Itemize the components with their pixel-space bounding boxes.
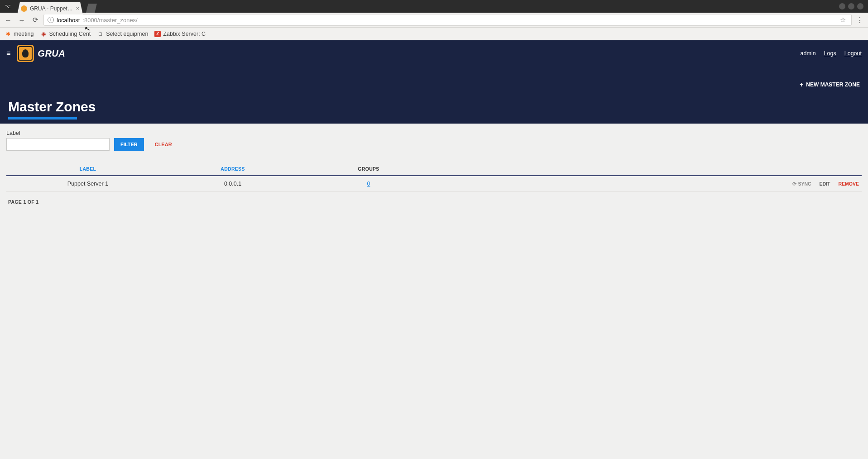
bookmark-label: Scheduling Cent [49,31,91,37]
logs-link[interactable]: Logs [824,50,836,57]
forward-button[interactable]: → [16,14,27,25]
brand-name: GRUA [38,48,65,59]
label-filter-input[interactable] [6,138,110,151]
site-info-icon[interactable]: i [48,17,54,23]
bookmark-item[interactable]: Z Zabbix Server: C [154,31,206,37]
bookmark-icon: Z [154,31,161,37]
current-user: admin [801,50,816,57]
clear-button[interactable]: CLEAR [149,138,178,151]
bookmark-label: meeting [14,31,34,37]
sync-label: SYNC [798,181,811,186]
bookmark-star-icon[interactable]: ☆ [840,16,846,24]
back-button[interactable]: ← [3,14,14,25]
url-host: localhost [57,17,80,24]
bookmark-item[interactable]: ◉ Scheduling Cent [40,30,91,37]
brand-logo[interactable]: GRUA [17,45,65,62]
logo-badge-icon [17,45,34,62]
browser-toolbar: ← → ⟳ i localhost:8000/master_zones/ ☆ ⋮ [0,13,868,28]
window-maximize-button[interactable] [848,3,854,10]
bookmark-label: Zabbix Server: C [163,31,206,37]
window-minimize-button[interactable] [839,3,845,10]
browser-menu-button[interactable]: ⋮ [854,16,865,24]
sync-button[interactable]: ⟳ SYNC [792,181,811,186]
sync-icon: ⟳ [792,181,796,186]
new-button-label: NEW MASTER ZONE [806,81,860,88]
col-actions-header [441,163,862,176]
col-address-header[interactable]: ADDRESS [169,163,296,176]
bookmark-icon: ✱ [5,30,11,37]
page-hero: + NEW MASTER ZONE Master Zones [0,67,868,124]
bookmarks-bar: ✱ meeting ◉ Scheduling Cent 🗋 Select equ… [0,28,868,40]
new-master-zone-button[interactable]: + NEW MASTER ZONE [800,81,860,88]
cell-label: Puppet Server 1 [6,176,169,192]
page-title: Master Zones [8,99,860,115]
os-titlebar: ⌥ [0,0,868,13]
cell-address: 0.0.0.1 [169,176,296,192]
browser-tab[interactable]: GRUA - Puppet Clas × [17,2,83,14]
address-bar[interactable]: i localhost:8000/master_zones/ ☆ [43,14,852,26]
url-path: :8000/master_zones/ [82,17,137,24]
active-tab-indicator [8,117,77,120]
filter-section: Label FILTER CLEAR [0,124,868,154]
zones-table: LABEL ADDRESS GROUPS Puppet Server 1 0.0… [0,154,868,192]
tab-favicon [21,5,27,12]
bookmark-icon: ◉ [40,30,47,37]
edit-button[interactable]: EDIT [820,181,830,186]
table-row: Puppet Server 1 0.0.0.1 0 ⟳ SYNC EDIT RE… [6,176,862,192]
pagination-text: PAGE 1 OF 1 [0,192,868,212]
app-menu-icon: ⌥ [5,3,11,10]
bookmark-label: Select equipmen [106,31,148,37]
tab-close-icon[interactable]: × [76,5,79,12]
window-close-button[interactable] [857,3,863,10]
app-header: ≡ GRUA admin Logs Logout [0,40,868,67]
plus-icon: + [800,81,803,88]
logout-link[interactable]: Logout [844,50,862,57]
col-groups-header[interactable]: GROUPS [296,163,441,176]
reload-button[interactable]: ⟳ [30,14,41,25]
tab-title: GRUA - Puppet Clas [30,5,73,12]
groups-count-link[interactable]: 0 [367,181,370,187]
filter-button[interactable]: FILTER [114,138,144,151]
remove-button[interactable]: REMOVE [838,181,859,186]
bookmark-item[interactable]: ✱ meeting [5,30,34,37]
col-label-header[interactable]: LABEL [6,163,169,176]
table-header-row: LABEL ADDRESS GROUPS [6,163,862,176]
file-icon: 🗋 [97,30,104,37]
label-field-label: Label [6,130,860,136]
bookmark-item[interactable]: 🗋 Select equipmen [97,30,148,37]
hamburger-icon[interactable]: ≡ [6,49,10,57]
